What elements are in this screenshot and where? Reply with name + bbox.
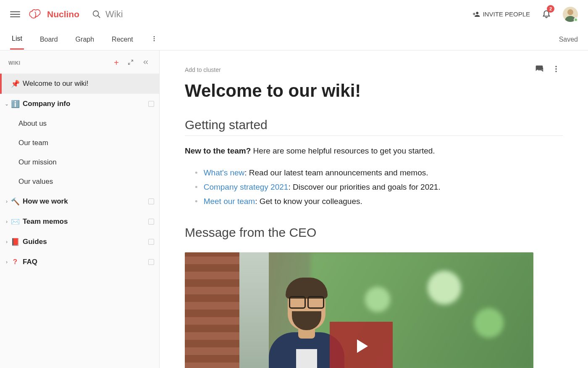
presence-indicator [574,18,578,22]
hammer-icon: 🔨 [10,197,20,206]
breadcrumb[interactable]: Add to cluster [185,66,529,73]
expand-icon[interactable] [126,57,136,69]
sidebar-item-label: Guides [23,238,148,246]
link-strategy[interactable]: Company strategy 2021 [204,183,289,191]
list-item[interactable]: What's new: Read our latest team announc… [195,166,563,180]
intro-bold: New to the team? [185,146,251,155]
svg-point-3 [153,38,155,39]
info-icon: ℹ️ [10,100,20,109]
save-status: Saved [559,36,578,43]
cluster-checkbox[interactable] [148,101,154,107]
app-logo[interactable]: Nuclino [29,9,79,19]
sidebar-child-about-us[interactable]: About us [0,114,159,133]
list-item[interactable]: Meet our team: Get to know your colleagu… [195,194,563,209]
sidebar-title: WIKI [8,60,107,66]
svg-point-5 [555,66,556,67]
view-tabs: List Board Graph Recent Saved [0,29,588,50]
menu-icon[interactable] [10,9,20,19]
ceo-video[interactable] [185,252,533,368]
chevron-right-icon[interactable]: › [3,239,10,245]
sidebar-child-our-team[interactable]: Our team [0,133,159,153]
user-avatar[interactable] [563,7,578,22]
search-icon [92,10,101,19]
intro-paragraph[interactable]: New to the team? Here are some helpful r… [185,145,563,157]
svg-point-7 [555,71,556,72]
notifications-button[interactable]: 2 [542,8,551,20]
svg-point-6 [555,68,556,69]
pin-icon: 📌 [10,79,20,88]
svg-line-1 [98,15,100,18]
sidebar-child-our-mission[interactable]: Our mission [0,153,159,172]
invite-people-button[interactable]: INVITE PEOPLE [472,11,530,18]
chevron-right-icon[interactable]: › [3,199,10,204]
sidebar-item-label: How we work [23,197,148,206]
sidebar-item-team-memos[interactable]: › ✉️ Team memos [0,212,159,232]
svg-point-4 [153,40,155,41]
sidebar-item-guides[interactable]: › 📕 Guides [0,232,159,252]
chevron-right-icon[interactable]: › [3,219,10,225]
link-whats-new[interactable]: What's new [204,168,245,177]
cluster-checkbox[interactable] [148,199,154,204]
add-page-button[interactable]: + [112,56,121,69]
sidebar-item-label: Welcome to our wiki! [23,79,154,88]
tabs-more-icon[interactable] [149,34,159,45]
sidebar-item-how-we-work[interactable]: › 🔨 How we work [0,191,159,212]
tab-board[interactable]: Board [38,30,60,49]
sidebar-item-label: Company info [23,100,148,108]
intro-rest: Here are some helpful resources to get y… [251,146,435,155]
sidebar-child-our-values[interactable]: Our values [0,172,159,191]
app-header: Nuclino Wiki INVITE PEOPLE 2 [0,0,588,29]
search-placeholder: Wiki [105,9,123,20]
page-content: Add to cluster Welcome to our wiki! Gett… [160,50,588,368]
page-title[interactable]: Welcome to our wiki! [185,81,563,101]
sidebar-item-faq[interactable]: › ? FAQ [0,252,159,272]
logo-text: Nuclino [47,9,79,19]
cluster-checkbox[interactable] [148,259,154,265]
tab-graph[interactable]: Graph [74,30,96,49]
notification-badge: 2 [547,5,554,13]
tab-recent[interactable]: Recent [110,30,135,49]
book-icon: 📕 [10,238,20,246]
question-icon: ? [10,258,20,266]
invite-label: INVITE PEOPLE [483,11,530,18]
page-more-icon[interactable] [549,62,563,77]
resource-list: What's new: Read our latest team announc… [195,166,563,209]
tab-list[interactable]: List [10,29,24,50]
comments-icon[interactable] [533,62,546,77]
chevron-right-icon[interactable]: › [3,259,10,265]
brain-icon [29,9,44,19]
sidebar-item-company-info[interactable]: ⌄ ℹ️ Company info [0,94,159,114]
sidebar-item-label: FAQ [23,258,148,266]
link-team[interactable]: Meet our team [204,197,255,206]
section-getting-started[interactable]: Getting started [185,118,563,136]
cluster-checkbox[interactable] [148,239,154,245]
sidebar-item-label: Team memos [23,217,148,226]
cluster-checkbox[interactable] [148,219,154,225]
svg-point-0 [93,11,99,16]
search-box[interactable]: Wiki [92,9,472,20]
svg-point-2 [153,36,155,37]
collapse-sidebar-icon[interactable] [141,57,151,69]
section-ceo-message[interactable]: Message from the CEO [185,225,563,243]
list-item[interactable]: Company strategy 2021: Discover our prio… [195,180,563,194]
add-user-icon [472,11,480,18]
sidebar: WIKI + 📌 Welcome to our wiki! ⌄ ℹ️ Compa… [0,50,160,368]
play-icon[interactable] [330,322,393,368]
envelope-icon: ✉️ [10,217,20,226]
chevron-down-icon[interactable]: ⌄ [3,101,10,107]
sidebar-item-welcome[interactable]: 📌 Welcome to our wiki! [0,74,159,94]
